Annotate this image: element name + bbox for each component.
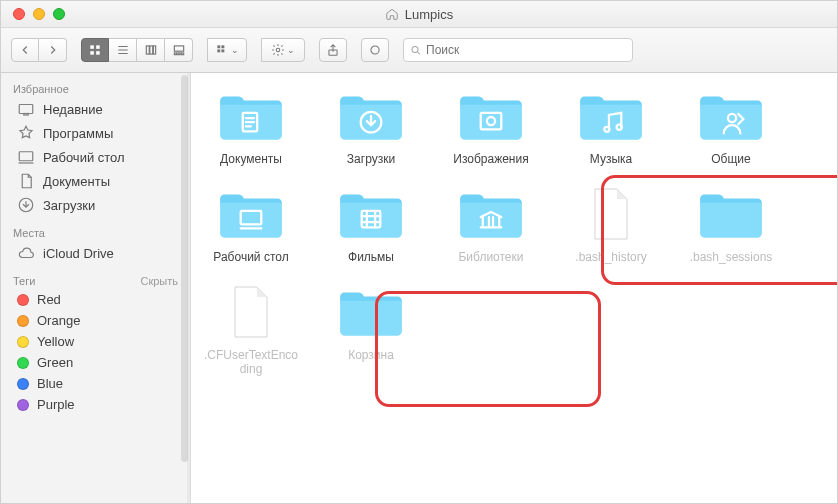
folder-item[interactable]: Общие — [683, 85, 779, 167]
svg-point-18 — [412, 46, 418, 52]
item-grid: ДокументыЗагрузкиИзображенияМузыкаОбщиеР… — [203, 85, 825, 377]
sidebar-item-label: Загрузки — [43, 198, 95, 213]
sidebar-item-label: Рабочий стол — [43, 150, 125, 165]
folder-item[interactable]: Изображения — [443, 85, 539, 167]
folder-item[interactable]: Загрузки — [323, 85, 419, 167]
svg-rect-7 — [174, 46, 183, 51]
folder-item[interactable]: Рабочий стол — [203, 183, 299, 265]
file-icon — [589, 187, 633, 243]
sidebar-item-applications[interactable]: Программы — [1, 121, 190, 145]
svg-rect-13 — [217, 49, 220, 52]
documents-icon — [17, 172, 35, 190]
svg-rect-9 — [177, 53, 179, 55]
svg-rect-0 — [90, 45, 94, 49]
sidebar-item-documents[interactable]: Документы — [1, 169, 190, 193]
folder-item[interactable]: Корзина — [323, 281, 419, 377]
share-button[interactable] — [319, 38, 347, 62]
item-label: Общие — [683, 153, 779, 167]
folder-icon — [336, 89, 406, 145]
sidebar-tag-green[interactable]: Green — [1, 352, 190, 373]
item-label: Корзина — [323, 349, 419, 363]
share-icon — [326, 43, 340, 57]
folder-item[interactable]: Документы — [203, 85, 299, 167]
svg-rect-4 — [146, 46, 149, 54]
back-button[interactable] — [11, 38, 39, 62]
desktop-icon — [17, 148, 35, 166]
item-label: Загрузки — [323, 153, 419, 167]
item-label: Рабочий стол — [203, 251, 299, 265]
view-gallery-button[interactable] — [165, 38, 193, 62]
folder-item[interactable]: Музыка — [563, 85, 659, 167]
sidebar-tag-red[interactable]: Red — [1, 289, 190, 310]
arrange-group: ⌄ — [207, 38, 247, 62]
file-icon — [229, 285, 273, 341]
forward-button[interactable] — [39, 38, 67, 62]
sidebar-item-label: Green — [37, 355, 73, 370]
sidebar-tag-yellow[interactable]: Yellow — [1, 331, 190, 352]
svg-rect-10 — [181, 53, 183, 55]
view-mode-group — [81, 38, 193, 62]
folder-icon — [696, 187, 766, 243]
folder-item[interactable]: Библиотеки — [443, 183, 539, 265]
action-button[interactable]: ⌄ — [261, 38, 305, 62]
sidebar-tag-orange[interactable]: Orange — [1, 310, 190, 331]
hide-link[interactable]: Скрыть — [140, 275, 178, 287]
apps-icon — [17, 124, 35, 142]
sidebar-header-tags: Теги Скрыть — [1, 271, 190, 289]
view-icon-button[interactable] — [81, 38, 109, 62]
cloud-icon — [17, 244, 35, 262]
folder-item[interactable]: .bash_sessions — [683, 183, 779, 265]
sidebar-item-label: Purple — [37, 397, 75, 412]
svg-rect-2 — [90, 51, 94, 55]
item-label: Документы — [203, 153, 299, 167]
svg-rect-19 — [19, 105, 33, 114]
svg-point-15 — [276, 48, 280, 52]
svg-rect-3 — [96, 51, 100, 55]
sidebar-item-recents[interactable]: Недавние — [1, 97, 190, 121]
sidebar-scrollbar[interactable] — [181, 75, 188, 462]
nav-buttons — [11, 38, 67, 62]
arrange-button[interactable]: ⌄ — [207, 38, 247, 62]
sidebar-tag-purple[interactable]: Purple — [1, 394, 190, 415]
search-input[interactable] — [426, 43, 626, 57]
sidebar-item-label: Yellow — [37, 334, 74, 349]
tag-dot-icon — [17, 336, 29, 348]
folder-icon — [336, 187, 406, 243]
svg-point-17 — [371, 46, 379, 54]
sidebar-item-desktop[interactable]: Рабочий стол — [1, 145, 190, 169]
item-label: Библиотеки — [443, 251, 539, 265]
search-field[interactable] — [403, 38, 633, 62]
view-column-button[interactable] — [137, 38, 165, 62]
sidebar-item-label: Orange — [37, 313, 80, 328]
svg-rect-5 — [149, 46, 152, 54]
content-area[interactable]: ДокументыЗагрузкиИзображенияМузыкаОбщиеР… — [191, 73, 837, 503]
body: Избранное Недавние Программы Рабочий сто… — [1, 73, 837, 503]
folder-icon — [456, 89, 526, 145]
sidebar-header-favorites: Избранное — [1, 79, 190, 97]
titlebar: Lumpics — [1, 1, 837, 28]
item-label: .bash_history — [563, 251, 659, 265]
sidebar-tag-blue[interactable]: Blue — [1, 373, 190, 394]
sidebar-item-downloads[interactable]: Загрузки — [1, 193, 190, 217]
tags-button[interactable] — [361, 38, 389, 62]
toolbar: ⌄ ⌄ — [1, 28, 837, 73]
svg-rect-20 — [24, 114, 29, 116]
sidebar-item-icloud[interactable]: iCloud Drive — [1, 241, 190, 265]
svg-rect-14 — [221, 49, 224, 52]
svg-rect-1 — [96, 45, 100, 49]
tag-dot-icon — [17, 378, 29, 390]
folder-item[interactable]: Фильмы — [323, 183, 419, 265]
folder-icon — [576, 89, 646, 145]
tag-dot-icon — [17, 399, 29, 411]
sidebar-item-label: Blue — [37, 376, 63, 391]
file-item[interactable]: .CFUserTextEncoding — [203, 281, 299, 377]
recents-icon — [17, 100, 35, 118]
search-icon — [410, 44, 422, 57]
file-item[interactable]: .bash_history — [563, 183, 659, 265]
tag-dot-icon — [17, 315, 29, 327]
gear-icon — [271, 43, 285, 57]
view-list-button[interactable] — [109, 38, 137, 62]
item-label: .bash_sessions — [683, 251, 779, 265]
folder-icon — [216, 187, 286, 243]
chevron-down-icon: ⌄ — [287, 45, 295, 55]
